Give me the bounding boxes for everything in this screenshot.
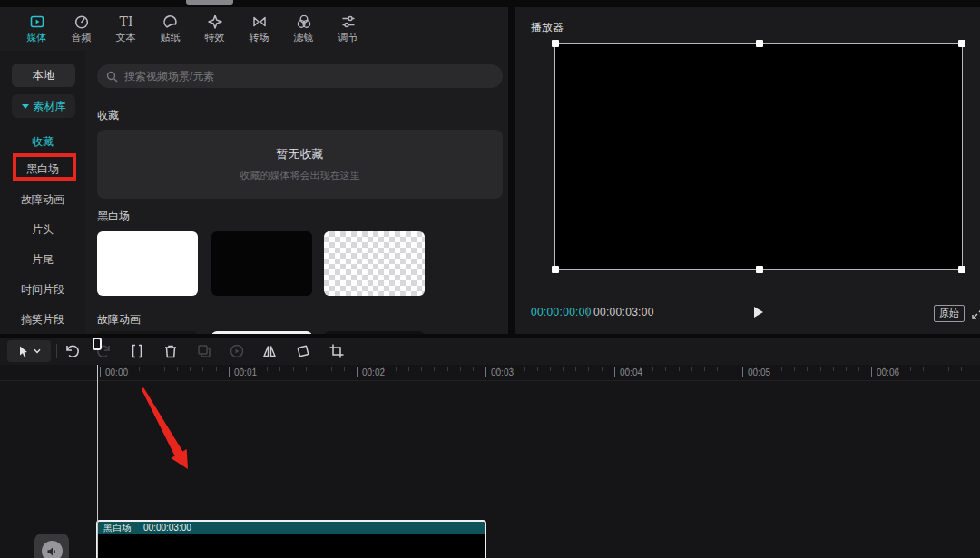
ruler-label-6: 00:06 [871,367,899,377]
freeze-frame-icon[interactable] [229,343,245,359]
sidebar-item-funny-segment[interactable]: 搞笑片段 [0,312,85,328]
app-window: 媒体 音频 TI 文本 贴纸 特效 转场 [0,0,980,558]
copy-icon[interactable] [196,343,212,359]
favorites-empty-title: 暂无收藏 [277,146,324,162]
transition-icon [250,13,269,31]
toolbar-divider [56,344,57,358]
tab-sticker-label: 贴纸 [161,33,181,43]
favorites-empty-card: 暂无收藏 收藏的媒体将会出现在这里 [97,130,503,199]
sidebar-item-glitch[interactable]: 故障动画 [0,192,85,208]
select-tool-button[interactable] [7,340,51,362]
sidebar-item-favorites[interactable]: 收藏 [0,134,85,150]
play-button[interactable] [750,304,766,320]
mirror-icon[interactable] [261,343,278,359]
fullscreen-icon[interactable] [971,306,980,320]
player-title: 播放器 [531,20,564,35]
current-time: 00:00:00:00 [531,306,592,318]
ruler-label-1: 00:01 [229,367,257,377]
tab-media-label: 媒体 [27,33,47,43]
tab-sticker[interactable]: 贴纸 [148,7,192,47]
ruler-label-4: 00:04 [614,367,642,377]
sidebar-item-library[interactable]: 素材库 [12,94,75,118]
sticker-icon [162,13,180,31]
ruler-label-3: 00:03 [485,367,514,377]
player-controls: 00:00:00:00 | 00:00:03:00 原始 [515,303,980,321]
speaker-icon [42,541,63,558]
glitch-section-header: 故障动画 [97,312,141,328]
bw-thumb-transparent[interactable] [324,231,425,296]
adjust-icon [339,13,358,31]
rotate-icon[interactable] [295,343,311,359]
media-icon [28,13,46,31]
ruler-label-0: 00:00 [100,367,128,377]
handle-top-right[interactable] [958,40,965,47]
glitch-thumb-3[interactable]: 0001 [324,331,425,334]
clip-header: 黑白场 00:00:03:00 [98,522,485,534]
tab-adjust[interactable]: 调节 [326,7,370,47]
tab-adjust-label: 调节 [338,33,358,43]
handle-bottom-center[interactable] [756,266,763,273]
track-mute-button[interactable] [34,534,69,558]
asset-tabbar: 媒体 音频 TI 文本 贴纸 特效 转场 [15,7,370,47]
audio-icon [73,13,91,31]
library-content: 收藏 暂无收藏 收藏的媒体将会出现在这里 黑白场 故障动画 0001 0001 … [85,51,508,334]
sidebar-item-local[interactable]: 本地 [12,64,75,87]
text-icon: TI [117,13,135,31]
delete-icon[interactable] [162,343,179,359]
clip-name: 黑白场 [103,524,131,533]
split-icon[interactable] [129,343,145,359]
sidebar-item-time-segment[interactable]: 时间片段 [0,282,85,298]
glitch-thumb-2[interactable]: 0001 [211,331,312,334]
tab-effects-label: 特效 [205,33,225,43]
handle-bottom-left[interactable] [552,266,559,273]
timeline-clip-bw-field[interactable]: 黑白场 00:00:03:00 [96,520,486,558]
svg-text:TI: TI [119,15,132,29]
tab-transition[interactable]: 转场 [237,7,281,47]
favorites-header: 收藏 [97,108,119,123]
search-icon [106,71,118,83]
tab-media[interactable]: 媒体 [15,7,59,47]
glitch-thumb-1[interactable]: 0001 [97,331,198,334]
tab-text[interactable]: TI 文本 [103,7,148,47]
undo-icon[interactable] [64,343,80,359]
tab-filter-label: 滤镜 [294,33,314,43]
search-input[interactable] [124,70,469,83]
cursor-icon [17,345,30,357]
tab-effects[interactable]: 特效 [192,7,237,47]
tab-text-label: 文本 [116,33,136,43]
sidebar-item-outro[interactable]: 片尾 [0,252,85,268]
local-label: 本地 [33,68,54,83]
track-area[interactable]: 黑白场 00:00:03:00 [0,382,980,558]
video-preview[interactable] [554,43,963,270]
original-quality-button[interactable]: 原始 [934,305,965,322]
library-sidebar: 本地 素材库 收藏 黑白场 故障动画 片头 片尾 时间片段 搞笑片段 [0,51,85,334]
playhead-handle[interactable] [93,338,102,350]
crop-icon[interactable] [328,343,345,359]
library-label: 素材库 [34,99,66,114]
timeline-toolbar [0,338,980,365]
timeline-ruler[interactable]: 00:00 00:01 00:02 00:03 00:04 00:05 00:0… [0,365,980,381]
ruler-label-2: 00:02 [357,367,385,377]
bw-section-header: 黑白场 [97,209,130,224]
tab-filter[interactable]: 滤镜 [281,7,326,47]
time-separator: | [586,305,589,318]
handle-top-left[interactable] [552,40,559,47]
sidebar-item-bw-field[interactable]: 黑白场 [0,162,85,177]
bw-thumb-white[interactable] [97,231,198,296]
sidebar-item-intro[interactable]: 片头 [0,222,85,238]
titlebar-strip [0,0,980,7]
handle-bottom-right[interactable] [958,266,965,273]
chevron-down-icon [34,348,41,354]
search-bar[interactable] [97,64,503,88]
ruler-label-5: 00:05 [742,367,770,377]
handle-top-center[interactable] [756,40,763,47]
media-panel: 媒体 音频 TI 文本 贴纸 特效 转场 [0,7,508,334]
timeline-panel: 00:00 00:01 00:02 00:03 00:04 00:05 00:0… [0,338,980,558]
tab-audio-label: 音频 [72,33,92,43]
tab-audio[interactable]: 音频 [59,7,103,47]
filter-icon [295,13,313,31]
clip-duration: 00:00:03:00 [143,524,191,533]
bw-thumb-black[interactable] [211,231,312,296]
chevron-down-icon [22,104,29,109]
favorites-empty-subtitle: 收藏的媒体将会出现在这里 [240,169,360,182]
